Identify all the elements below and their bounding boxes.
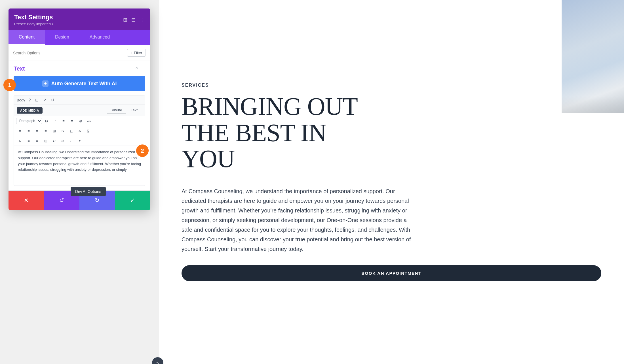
collapse-icon[interactable]: ^ [136,66,138,71]
section-title: Text [14,65,25,72]
ordered-list-btn[interactable]: ≡ [68,117,76,125]
save-button[interactable]: ✓ [115,191,150,210]
tab-design[interactable]: Design [45,30,79,45]
link-btn[interactable]: ⊕ [77,117,85,125]
editor-more-icon[interactable]: ⋮ [58,97,64,103]
redo-button[interactable]: ↻ [79,191,115,210]
body-label: Body [17,98,25,102]
section-header: Text ^ ⋮ [14,65,145,72]
window-title: Text Settings [14,14,53,21]
columns-icon[interactable]: ⊟ [131,17,136,23]
indent-btn[interactable]: ≡ [25,137,33,144]
hero-body: At Compass Counseling, we understand the… [182,186,414,254]
emoji-btn[interactable]: ☺ [59,137,67,144]
section-more-icon[interactable]: ⋮ [141,66,145,71]
more-options-icon[interactable]: ⋮ [140,17,145,23]
preset-label[interactable]: Preset: Body imported ▾ [14,22,53,26]
ai-icon: ✦ [42,80,49,87]
hero-image [562,0,624,113]
align-center-btn[interactable]: ≡ [25,127,33,135]
tabs-bar: Content Design Advanced [9,30,150,45]
bold-btn[interactable]: B [43,117,50,125]
underline-btn[interactable]: U [67,127,75,135]
visual-text-tabs: Visual Text [107,107,142,114]
editor-wrap: Body ? ⊡ ↗ ↺ ⋮ ADD MEDIA Visual Te [14,95,145,186]
table-btn[interactable]: ⊞ [50,127,58,135]
arrow-btn[interactable]: ← [67,137,75,144]
editor-top-bar: Body ? ⊡ ↗ ↺ ⋮ [14,95,145,105]
unordered-list-btn[interactable]: ≡ [60,117,68,125]
fullscreen-btn[interactable]: ⊞ [42,137,50,144]
section-header-icons: ^ ⋮ [136,66,145,71]
cursor-icon[interactable]: ↗ [42,97,48,103]
blockquote-btn[interactable]: «» [85,117,93,125]
special-chars-btn[interactable]: Ω [50,137,58,144]
ai-generate-button[interactable]: ✦ Auto Generate Text With AI [14,76,145,91]
search-bar: + Filter [9,45,150,61]
italic-btn[interactable]: I [51,117,59,125]
outdent-btn[interactable]: ≡ [33,137,41,144]
help-icon[interactable]: ? [28,97,32,103]
cancel-button[interactable]: ✕ [9,191,44,210]
maximize-icon[interactable]: ⊞ [123,17,127,23]
toolbar-row-2: ≡ ≡ ≡ ≡ ⊞ S U A ⎘ [14,126,145,136]
services-label: SERVICES [182,83,601,88]
settings-panel: Text Settings Preset: Body imported ▾ ⊞ … [0,0,159,364]
main-content: SERVICES BRINGING OUTTHE BEST INYOU At C… [159,0,624,364]
toolbar-row-3: Iₓ ≡ ≡ ⊞ Ω ☺ ← ✦ Divi AI Options [14,136,145,146]
font-color-btn[interactable]: A [76,127,84,135]
editor-text: At Compass Counseling, we understand the… [18,149,141,173]
text-section: Text ^ ⋮ ✦ Auto Generate Text With AI Bo… [9,61,150,190]
toolbar-row-1: Paragraph B I ≡ ≡ ⊕ «» [14,116,145,126]
paste-btn[interactable]: ⎘ [84,127,92,135]
hero-title: BRINGING OUTTHE BEST INYOU [182,93,601,172]
filter-button[interactable]: + Filter [127,49,146,57]
tab-text[interactable]: Text [126,107,142,114]
ai-button-label: Auto Generate Text With AI [51,81,117,87]
title-bar: Text Settings Preset: Body imported ▾ ⊞ … [9,8,150,30]
paragraph-select[interactable]: Paragraph [16,118,42,124]
preset-arrow-icon: ▾ [52,22,53,25]
hero-image-inner [562,0,624,113]
editor-content[interactable]: At Compass Counseling, we understand the… [14,146,145,186]
divi-ai-btn[interactable]: ✦ [76,137,84,144]
bottom-bar: ✕ ↺ ↻ ✓ [9,190,150,210]
align-justify-btn[interactable]: ≡ [42,127,50,135]
strikethrough-btn[interactable]: S [59,127,67,135]
subscript-btn[interactable]: Iₓ [16,137,24,144]
align-left-btn[interactable]: ≡ [16,127,24,135]
tab-advanced[interactable]: Advanced [79,30,120,45]
responsive-icon[interactable]: ⊡ [34,97,40,103]
undo-editor-icon[interactable]: ↺ [50,97,56,103]
tab-content[interactable]: Content [9,30,45,45]
undo-button[interactable]: ↺ [44,191,79,210]
book-appointment-button[interactable]: BOOK AN APPOINTMENT [182,265,601,281]
tab-visual[interactable]: Visual [107,107,126,114]
align-right-btn[interactable]: ≡ [33,127,41,135]
search-input[interactable] [13,51,124,55]
title-bar-left: Text Settings Preset: Body imported ▾ [14,14,53,26]
title-bar-icons: ⊞ ⊟ ⋮ [123,17,145,23]
settings-window: Text Settings Preset: Body imported ▾ ⊞ … [9,8,150,210]
add-media-button[interactable]: ADD MEDIA [17,107,43,114]
